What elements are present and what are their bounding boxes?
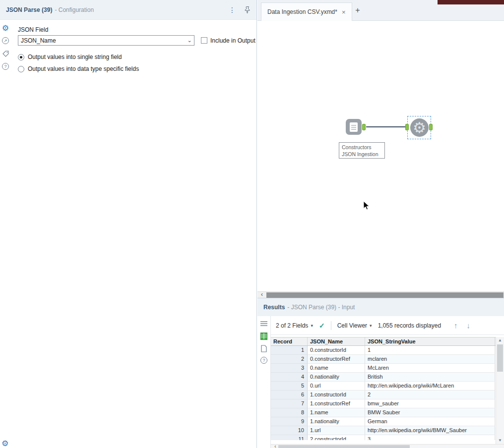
data-cell[interactable]: 1.name bbox=[308, 408, 365, 417]
radio-option[interactable]: Output values into data type specific fi… bbox=[18, 65, 256, 72]
scroll-down-icon[interactable]: ▼ bbox=[496, 437, 504, 444]
close-icon[interactable]: × bbox=[342, 8, 346, 16]
chevron-down-icon[interactable]: ⌄ bbox=[185, 37, 194, 44]
data-cell[interactable]: British bbox=[365, 373, 495, 382]
data-cell[interactable]: 0.constructorRef bbox=[308, 355, 365, 364]
data-cell[interactable]: 1 bbox=[365, 346, 495, 355]
data-cell[interactable]: http://en.wikipedia.org/wiki/McLaren bbox=[365, 382, 495, 391]
record-number-cell[interactable]: 7 bbox=[271, 399, 308, 408]
annotation-tag-icon[interactable] bbox=[1, 50, 9, 57]
cell-viewer-dropdown[interactable]: Cell Viewer ▾ bbox=[337, 322, 372, 329]
data-cell[interactable]: 3 bbox=[365, 435, 495, 440]
record-number-cell[interactable]: 10 bbox=[271, 426, 308, 435]
data-cell[interactable]: 0.constructorId bbox=[308, 346, 365, 355]
data-cell[interactable]: BMW Sauber bbox=[365, 408, 495, 417]
column-header-json-name[interactable]: JSON_Name bbox=[308, 337, 365, 345]
record-number-cell[interactable]: 2 bbox=[271, 355, 308, 364]
record-number-cell[interactable]: 4 bbox=[271, 373, 308, 382]
table-row[interactable]: 10.constructorId1 bbox=[271, 346, 504, 355]
data-cell[interactable]: mclaren bbox=[365, 355, 495, 364]
results-help-icon[interactable]: ? bbox=[260, 357, 267, 364]
navigation-icon[interactable]: ↗ bbox=[2, 37, 9, 44]
scrollbar-thumb[interactable] bbox=[497, 344, 503, 372]
canvas-horizontal-scrollbar[interactable]: ‹ bbox=[257, 291, 504, 298]
results-horizontal-scrollbar[interactable]: ‹ bbox=[271, 444, 504, 448]
configuration-gear-icon[interactable]: ⚙ bbox=[1, 24, 9, 32]
data-cell[interactable]: bmw_sauber bbox=[365, 399, 495, 408]
record-number-cell[interactable]: 8 bbox=[271, 408, 308, 417]
scroll-up-icon[interactable]: ▲ bbox=[496, 337, 504, 344]
tab-data-ingestion-csv[interactable]: Data Ingestion CSV.yxmd* × bbox=[261, 2, 352, 21]
config-content: JSON Field JSON_Name ⌄ Include in Output… bbox=[11, 20, 256, 72]
table-row[interactable]: 112.constructorId3 bbox=[271, 435, 504, 440]
json-field-dropdown[interactable]: JSON_Name ⌄ bbox=[18, 35, 194, 46]
pin-icon[interactable] bbox=[245, 6, 251, 13]
config-panel-header: JSON Parse (39) - Configuration ⋮ bbox=[0, 0, 256, 20]
record-number-cell[interactable]: 3 bbox=[271, 364, 308, 373]
table-row[interactable]: 101.urlhttp://en.wikipedia.org/wiki/BMW_… bbox=[271, 426, 504, 435]
record-number-cell[interactable]: 5 bbox=[271, 382, 308, 391]
table-row[interactable]: 71.constructorRefbmw_sauber bbox=[271, 399, 504, 408]
record-number-cell[interactable]: 1 bbox=[271, 346, 308, 355]
document-tab-bar: Data Ingestion CSV.yxmd* × + bbox=[257, 0, 504, 21]
results-title: Results bbox=[263, 304, 285, 311]
scrollbar-thumb[interactable] bbox=[266, 292, 504, 298]
data-table-icon[interactable] bbox=[260, 332, 268, 340]
fields-dropdown[interactable]: 2 of 2 Fields ▾ bbox=[276, 322, 313, 329]
output-anchor[interactable] bbox=[429, 124, 433, 130]
data-cell[interactable]: 0.name bbox=[308, 364, 365, 373]
alteryx-app: JSON Parse (39) - Configuration ⋮ ⚙ ↗ ? … bbox=[0, 0, 504, 448]
data-cell[interactable]: 1.constructorRef bbox=[308, 399, 365, 408]
scroll-left-arrow-icon[interactable]: ‹ bbox=[272, 445, 279, 448]
radio-group: Output values into single string fieldOu… bbox=[15, 54, 256, 72]
radio-option[interactable]: Output values into single string field bbox=[18, 54, 256, 60]
data-cell[interactable]: German bbox=[365, 417, 495, 426]
metadata-list-icon[interactable] bbox=[260, 320, 268, 328]
new-tab-button[interactable]: + bbox=[353, 5, 363, 15]
data-cell[interactable]: http://en.wikipedia.org/wiki/BMW_Sauber bbox=[365, 426, 495, 435]
data-cell[interactable]: 0.url bbox=[308, 382, 365, 391]
table-row[interactable]: 50.urlhttp://en.wikipedia.org/wiki/McLar… bbox=[271, 382, 504, 391]
scroll-up-arrow-icon[interactable]: ↑ bbox=[454, 321, 458, 330]
help-icon[interactable]: ? bbox=[2, 63, 9, 70]
scroll-left-arrow-icon[interactable]: ‹ bbox=[258, 292, 265, 298]
input-anchor[interactable] bbox=[405, 124, 409, 130]
checkbox-icon[interactable] bbox=[201, 37, 207, 44]
scrollbar-thumb[interactable] bbox=[278, 445, 410, 448]
radio-button-icon[interactable] bbox=[18, 54, 24, 60]
report-document-icon[interactable] bbox=[260, 344, 268, 352]
kebab-menu-icon[interactable]: ⋮ bbox=[229, 6, 236, 14]
workflow-canvas[interactable]: ⚙ Constructors JSON Ingestion bbox=[257, 21, 504, 291]
data-cell[interactable]: 2 bbox=[365, 391, 495, 399]
include-in-output-checkbox[interactable]: Include in Output bbox=[201, 37, 255, 44]
assistant-gear-icon[interactable]: ⚙ bbox=[1, 439, 8, 448]
input-data-tool[interactable] bbox=[346, 119, 362, 135]
data-cell[interactable]: 1.nationality bbox=[308, 417, 365, 426]
table-row[interactable]: 61.constructorId2 bbox=[271, 391, 504, 399]
record-number-cell[interactable]: 11 bbox=[271, 435, 308, 440]
radio-button-icon[interactable] bbox=[18, 66, 24, 72]
connection-line[interactable] bbox=[366, 126, 407, 127]
data-cell[interactable]: 1.url bbox=[308, 426, 365, 435]
data-cell[interactable]: McLaren bbox=[365, 364, 495, 373]
data-cell[interactable]: 2.constructorId bbox=[308, 435, 365, 440]
results-vertical-scrollbar[interactable]: ▲ ▼ bbox=[496, 337, 504, 444]
table-row[interactable]: 91.nationalityGerman bbox=[271, 417, 504, 426]
column-header-json-stringvalue[interactable]: JSON_StringValue bbox=[365, 337, 495, 345]
tool-annotation-label[interactable]: Constructors JSON Ingestion bbox=[339, 142, 385, 159]
json-parse-tool-selected[interactable]: ⚙ bbox=[407, 116, 431, 139]
data-cell[interactable]: 0.nationality bbox=[308, 373, 365, 382]
table-row[interactable]: 40.nationalityBritish bbox=[271, 373, 504, 382]
radio-label: Output values into single string field bbox=[28, 54, 122, 60]
table-row[interactable]: 20.constructorRefmclaren bbox=[271, 355, 504, 364]
data-cell[interactable]: 1.constructorId bbox=[308, 391, 365, 399]
table-row[interactable]: 81.nameBMW Sauber bbox=[271, 408, 504, 417]
column-header-record[interactable]: Record bbox=[271, 337, 308, 345]
table-row[interactable]: 30.nameMcLaren bbox=[271, 364, 504, 373]
apply-check-icon[interactable]: ✓ bbox=[319, 322, 325, 330]
chevron-down-icon: ▾ bbox=[370, 323, 372, 328]
scroll-down-arrow-icon[interactable]: ↓ bbox=[467, 321, 471, 330]
record-number-cell[interactable]: 6 bbox=[271, 391, 308, 399]
output-anchor[interactable] bbox=[362, 124, 366, 130]
record-number-cell[interactable]: 9 bbox=[271, 417, 308, 426]
